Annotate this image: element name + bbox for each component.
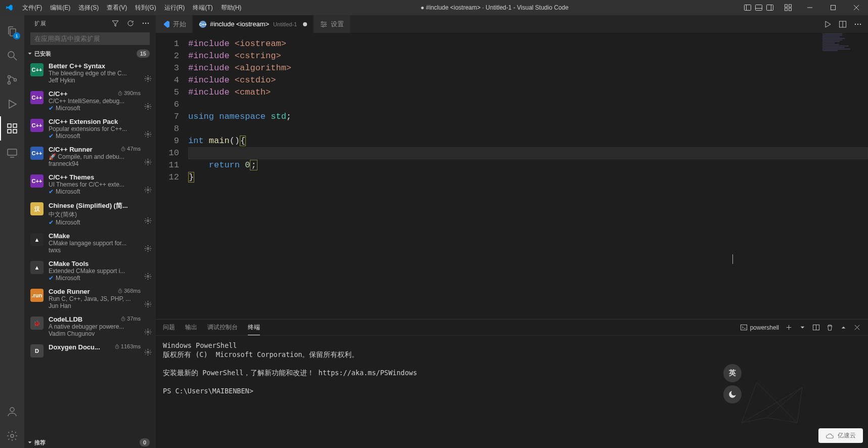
maximize-panel-icon[interactable] (840, 324, 847, 331)
extension-item[interactable]: 🐞CodeLLDBA native debugger powere...Vadi… (24, 312, 156, 340)
code-editor[interactable]: 123456789101112 #include <iostream>#incl… (156, 33, 868, 319)
verified-icon: ✔ (49, 219, 54, 226)
menu-item[interactable]: 帮助(H) (217, 0, 246, 15)
menu-item[interactable]: 运行(R) (160, 0, 189, 15)
more-icon[interactable] (142, 19, 150, 27)
extension-item[interactable]: C++C/C++C/C++ IntelliSense, debug...✔Mic… (24, 87, 156, 115)
activity-remote[interactable] (0, 141, 24, 165)
filter-icon[interactable] (111, 19, 119, 27)
extension-settings-icon[interactable] (144, 103, 152, 112)
extension-item[interactable]: 汉Chinese (Simplified) (简...中文(简体)✔Micros… (24, 198, 156, 229)
toggle-panel-bottom-icon[interactable] (755, 4, 763, 12)
activity-explorer[interactable]: 1 (0, 19, 24, 43)
extension-settings-icon[interactable] (144, 328, 152, 337)
extension-publisher: ✔Microsoft (49, 219, 151, 226)
extension-item[interactable]: .runCode RunnerRun C, C++, Java, JS, PHP… (24, 285, 156, 312)
code-content[interactable]: #include <iostream>#include <cstring>#in… (188, 33, 868, 319)
code-line[interactable] (188, 99, 868, 111)
activity-bar: 1 (0, 15, 24, 448)
split-terminal-icon[interactable] (812, 324, 820, 331)
extension-item[interactable]: DDoxygen Docu...1163ms (24, 340, 156, 361)
code-line[interactable]: #include <algorithm> (188, 62, 868, 74)
activity-scm[interactable] (0, 68, 24, 92)
code-line[interactable]: #include <cmath> (188, 86, 868, 99)
window-maximize[interactable] (821, 0, 845, 15)
line-number: 3 (156, 62, 179, 74)
code-line[interactable]: #include <cstdio> (188, 74, 868, 86)
window-close[interactable] (845, 0, 868, 15)
menu-item[interactable]: 转到(G) (131, 0, 160, 15)
extension-publisher: ✔Microsoft (49, 132, 151, 140)
extension-item[interactable]: ▲CMakeCMake langage support for...twxs (24, 229, 156, 257)
menu-bar: 文件(F)编辑(E)选择(S)查看(V)转到(G)运行(R)终端(T)帮助(H) (18, 0, 245, 15)
extension-item[interactable]: C++C/C++ Runner🚀 Compile, run and debu..… (24, 143, 156, 170)
extension-icon: C++ (30, 174, 44, 188)
toggle-panel-left-icon[interactable] (744, 4, 752, 12)
toggle-panel-right-icon[interactable] (766, 4, 774, 12)
extension-item[interactable]: C++C/C++ ThemesUI Themes for C/C++ exte.… (24, 170, 156, 198)
extension-settings-icon[interactable] (144, 130, 152, 140)
menu-item[interactable]: 终端(T) (189, 0, 216, 15)
activity-extensions[interactable] (0, 116, 24, 141)
kill-terminal-icon[interactable] (826, 324, 834, 331)
customize-layout-icon[interactable] (784, 4, 792, 12)
extension-settings-icon[interactable] (144, 75, 152, 84)
activity-run-debug[interactable] (0, 92, 24, 116)
chevron-down-icon[interactable] (799, 324, 806, 331)
extension-settings-icon[interactable] (144, 348, 152, 357)
menu-item[interactable]: 文件(F) (18, 0, 46, 15)
extension-settings-icon[interactable] (144, 158, 152, 167)
activity-search[interactable] (0, 43, 24, 68)
refresh-icon[interactable] (126, 19, 135, 27)
code-line[interactable] (188, 123, 868, 135)
code-line[interactable]: } (188, 171, 868, 184)
extension-settings-icon[interactable] (144, 300, 152, 309)
extension-item[interactable]: C++C/C++ Extension PackPopular extension… (24, 115, 156, 143)
code-line[interactable]: #include <cstring> (188, 50, 868, 62)
section-installed[interactable]: 已安装 15 (24, 48, 156, 59)
svg-point-16 (8, 76, 11, 78)
svg-rect-7 (789, 5, 792, 7)
menu-item[interactable]: 选择(S) (74, 0, 103, 15)
code-line[interactable]: #include <iostream> (188, 38, 868, 50)
tab-active-file[interactable]: C++ #include <iostream> Untitled-1 (193, 15, 314, 33)
menu-item[interactable]: 查看(V) (103, 0, 131, 15)
panel-tab-debug[interactable]: 调试控制台 (207, 320, 238, 335)
minimap[interactable] (822, 33, 868, 63)
extension-item[interactable]: C++Better C++ SyntaxThe bleeding edge of… (24, 59, 156, 87)
code-line[interactable]: return 0; (188, 159, 868, 171)
tab-settings-label: 设置 (331, 20, 344, 29)
extension-settings-icon[interactable] (144, 273, 152, 282)
panel-tab-output[interactable]: 输出 (185, 320, 197, 335)
extension-settings-icon[interactable] (144, 245, 152, 254)
run-file-icon[interactable] (823, 20, 832, 28)
tab-settings[interactable]: 设置 (314, 15, 351, 33)
new-terminal-icon[interactable] (785, 324, 793, 331)
close-panel-icon[interactable] (853, 324, 861, 331)
extension-settings-icon[interactable] (144, 186, 152, 195)
section-recommended[interactable]: 推荐 0 (24, 437, 156, 448)
code-line[interactable]: int main(){ (188, 135, 868, 147)
panel-tab-problems[interactable]: 问题 (163, 320, 175, 335)
svg-point-51 (322, 21, 323, 23)
activity-account[interactable] (0, 399, 24, 424)
panel-tab-terminal[interactable]: 终端 (248, 320, 260, 335)
split-editor-icon[interactable] (839, 20, 847, 28)
terminal-shell-selector[interactable]: powershell (740, 324, 779, 331)
menu-item[interactable]: 编辑(E) (46, 0, 74, 15)
activity-settings[interactable] (0, 424, 24, 448)
extension-publisher: Jeff Hykin (49, 77, 151, 84)
search-input[interactable] (30, 32, 150, 45)
extension-item[interactable]: ▲CMake ToolsExtended CMake support i...✔… (24, 257, 156, 285)
code-line[interactable] (188, 147, 868, 159)
window-minimize[interactable] (798, 0, 821, 15)
section-installed-label: 已安装 (34, 50, 51, 58)
extension-icon: 汉 (30, 202, 44, 215)
more-actions-icon[interactable] (854, 20, 862, 28)
extension-desc: Run C, C++, Java, JS, PHP, ... (49, 295, 151, 302)
code-line[interactable]: using namespace std; (188, 111, 868, 123)
extension-settings-icon[interactable] (144, 217, 152, 226)
tab-welcome[interactable]: 开始 (156, 15, 193, 33)
svg-point-36 (147, 189, 149, 191)
extension-list[interactable]: C++Better C++ SyntaxThe bleeding edge of… (24, 59, 156, 437)
